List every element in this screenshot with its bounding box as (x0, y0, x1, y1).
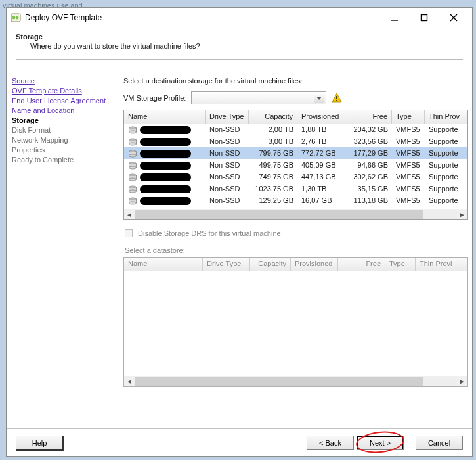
cell-thin: Supporte (425, 196, 467, 204)
ds-col-provisioned: Provisioned (291, 258, 338, 271)
disable-drs-checkbox (125, 229, 133, 237)
cell-drive: Non-SSD (206, 185, 249, 193)
back-button[interactable]: < Back (307, 436, 354, 450)
maximize-button[interactable] (410, 9, 439, 27)
cell-free: 204,32 GB (343, 126, 392, 133)
chevron-down-icon[interactable] (314, 93, 324, 103)
vm-storage-profile-label: VM Storage Profile: (123, 94, 186, 102)
cell-thin: Supporte (425, 149, 467, 157)
cell-free: 302,62 GB (343, 173, 392, 181)
cell-thin: Supporte (425, 137, 467, 145)
svg-rect-9 (337, 96, 337, 99)
cell-drive: Non-SSD (206, 137, 249, 145)
step-ovf-details[interactable]: OVF Template Details (12, 87, 112, 95)
page-subtitle: Where do you want to store the virtual m… (16, 42, 463, 50)
cell-drive: Non-SSD (206, 161, 249, 169)
minimize-button[interactable] (380, 9, 409, 27)
col-drive-type[interactable]: Drive Type (206, 110, 249, 124)
cell-free: 113,18 GB (343, 196, 392, 204)
table-row[interactable]: Non-SSD499,75 GB405,09 GB94,66 GBVMFS5Su… (124, 159, 467, 171)
step-disk-format: Disk Format (12, 126, 112, 134)
datastore-icon (128, 162, 137, 170)
table-row[interactable]: Non-SSD3,00 TB2,76 TB323,56 GBVMFS5Suppo… (124, 135, 467, 147)
step-network-mapping: Network Mapping (12, 136, 112, 144)
table-row[interactable]: Non-SSD1023,75 GB1,30 TB35,15 GBVMFS5Sup… (124, 183, 467, 195)
cell-drive: Non-SSD (206, 126, 249, 133)
datastore-icon (128, 126, 137, 134)
next-button[interactable]: Next > (357, 436, 404, 450)
ds-col-free: Free (338, 258, 385, 271)
cell-capacity: 3,00 TB (249, 137, 297, 145)
redacted-name (140, 138, 191, 146)
cell-capacity: 2,00 TB (249, 126, 297, 133)
cell-capacity: 129,25 GB (249, 196, 297, 204)
ds-col-name: Name (124, 258, 203, 271)
h-scrollbar[interactable]: ◄ ► (124, 209, 467, 219)
cancel-button[interactable]: Cancel (416, 436, 463, 450)
cell-prov: 447,13 GB (297, 173, 343, 181)
cell-prov: 1,88 TB (297, 126, 343, 133)
datastore-icon (128, 150, 137, 158)
storage-table: Name Drive Type Capacity Provisioned Fre… (123, 110, 468, 220)
cell-prov: 2,76 TB (297, 137, 343, 145)
ds-h-scrollbar: ◄ ► (124, 376, 467, 386)
ds-col-type: Type (385, 258, 416, 271)
disable-drs-label: Disable Storage DRS for this virtual mac… (138, 229, 281, 237)
col-free[interactable]: Free (343, 110, 392, 124)
cell-type: VMFS5 (392, 149, 425, 157)
cell-free: 35,15 GB (343, 185, 392, 193)
cell-prov: 16,07 GB (297, 196, 343, 204)
cell-thin: Supporte (425, 173, 467, 181)
col-provisioned[interactable]: Provisioned (297, 110, 343, 124)
close-button[interactable] (439, 9, 468, 27)
wizard-steps-sidebar: Source OVF Template Details End User Lic… (7, 72, 118, 428)
cell-prov: 405,09 GB (297, 161, 343, 169)
step-storage: Storage (12, 116, 112, 124)
cell-free: 177,29 GB (343, 149, 392, 157)
select-datastore-label: Select a datastore: (125, 246, 468, 254)
col-thin[interactable]: Thin Prov (425, 110, 467, 124)
select-destination-label: Select a destination storage for the vir… (123, 77, 468, 85)
vm-storage-profile-dropdown[interactable] (191, 91, 326, 104)
col-type[interactable]: Type (392, 110, 425, 124)
table-row[interactable]: Non-SSD129,25 GB16,07 GB113,18 GBVMFS5Su… (124, 195, 467, 206)
table-row[interactable]: Non-SSD2,00 TB1,88 TB204,32 GBVMFS5Suppo… (124, 124, 467, 135)
page-title: Storage (16, 33, 463, 41)
svg-point-19 (129, 154, 137, 157)
ds-col-thin: Thin Provi (416, 258, 467, 271)
cell-thin: Supporte (425, 126, 467, 133)
dialog-window: Deploy OVF Template Storage Where do you… (6, 7, 473, 457)
svg-point-13 (129, 131, 137, 133)
wizard-footer: Help < Back Next > Cancel (7, 428, 472, 456)
scroll-thumb[interactable] (135, 210, 423, 219)
scroll-left-icon[interactable]: ◄ (124, 210, 135, 219)
svg-marker-7 (316, 97, 322, 100)
col-name[interactable]: Name (124, 110, 206, 124)
cell-free: 323,56 GB (343, 137, 392, 145)
cell-drive: Non-SSD (206, 173, 249, 181)
svg-point-28 (129, 190, 137, 193)
cell-drive: Non-SSD (206, 196, 249, 204)
scroll-right-icon[interactable]: ► (457, 210, 467, 219)
redacted-name (140, 150, 191, 158)
redacted-name (140, 197, 191, 205)
main-panel: Select a destination storage for the vir… (118, 72, 472, 428)
col-capacity[interactable]: Capacity (249, 110, 297, 124)
cell-thin: Supporte (425, 185, 467, 193)
wizard-header: Storage Where do you want to store the v… (7, 28, 472, 72)
svg-point-16 (129, 143, 137, 145)
cell-type: VMFS5 (392, 196, 425, 204)
cell-capacity: 1023,75 GB (249, 185, 297, 193)
svg-point-1 (12, 16, 16, 20)
help-button[interactable]: Help (16, 436, 63, 450)
step-eula[interactable]: End User License Agreement (12, 97, 112, 104)
table-row[interactable]: Non-SSD749,75 GB447,13 GB302,62 GBVMFS5S… (124, 171, 467, 183)
step-properties: Properties (12, 146, 112, 154)
step-source[interactable]: Source (12, 77, 112, 85)
cell-type: VMFS5 (392, 137, 425, 145)
table-row[interactable]: Non-SSD799,75 GB772,72 GB177,29 GBVMFS5S… (124, 147, 467, 159)
step-name-location[interactable]: Name and Location (12, 106, 112, 114)
datastore-icon (128, 185, 137, 193)
step-ready: Ready to Complete (12, 156, 112, 164)
cell-prov: 772,72 GB (297, 149, 343, 157)
